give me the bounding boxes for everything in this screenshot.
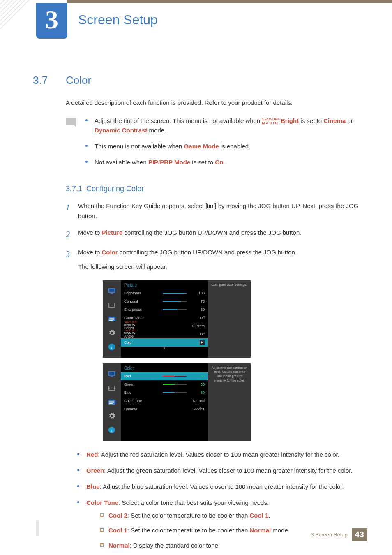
arrow-right-icon: ▶ xyxy=(200,340,205,345)
osd-sidebar: i xyxy=(103,280,121,358)
text: or xyxy=(346,117,353,124)
osd-row-color-selected: Color▶ xyxy=(121,338,208,347)
svg-rect-6 xyxy=(109,319,114,320)
scroll-down-icon: ▼ xyxy=(121,347,208,351)
svg-rect-15 xyxy=(109,401,114,402)
step-number: 2 xyxy=(66,227,78,241)
svg-text:i: i xyxy=(111,428,112,432)
osd-row-gamma: GammaMode1 xyxy=(121,405,208,413)
svg-rect-7 xyxy=(109,320,113,321)
keyword: Bright xyxy=(281,117,299,124)
text: This menu is not available when xyxy=(95,143,184,150)
desc-item: Red: Adjust the red saturation level. Va… xyxy=(74,450,367,459)
step-2: 2 Move to Picture controlling the JOG bu… xyxy=(66,227,367,241)
note-item: Adjust the tint of the screen. This menu… xyxy=(82,116,367,135)
osd-row-magicbright: SAMSUNGMAGICBrightCustom xyxy=(121,322,208,330)
osd-sidebar: i xyxy=(103,363,121,441)
info-icon: i xyxy=(107,426,116,435)
samsung-magic-label: SAMSUNGMAGIC xyxy=(262,118,281,124)
desc-item: Green: Adjust the green saturation level… xyxy=(74,466,367,475)
osd-row-brightness: Brightness100 xyxy=(121,289,208,297)
step-3: 3 Move to Color controlling the JOG butt… xyxy=(66,247,367,272)
section-title: Color xyxy=(66,74,91,87)
osd-row-colortone: Color ToneNormal xyxy=(121,397,208,405)
footer-left-bar xyxy=(36,520,39,536)
text: mode. xyxy=(147,127,166,134)
section-number: 3.7 xyxy=(33,74,66,87)
osd-title: Picture xyxy=(121,280,208,289)
note-icon xyxy=(66,118,76,125)
svg-rect-1 xyxy=(109,289,114,292)
text: The following screen will appear. xyxy=(78,261,367,272)
step-number: 1 xyxy=(66,201,78,222)
keyword: On xyxy=(215,159,224,166)
svg-rect-13 xyxy=(109,386,115,390)
text: Not available when xyxy=(95,159,148,166)
step-1: 1 When the Function Key Guide appears, s… xyxy=(66,201,367,222)
svg-rect-16 xyxy=(109,402,114,403)
step-number: 3 xyxy=(66,247,78,272)
intro-text: A detailed description of each function … xyxy=(66,98,367,108)
keyword: Color xyxy=(102,249,118,256)
gear-icon xyxy=(107,412,116,421)
svg-text:i: i xyxy=(111,345,112,349)
resize-icon xyxy=(107,301,116,310)
keyword: Game Mode xyxy=(184,143,219,150)
svg-rect-2 xyxy=(111,293,113,294)
monitor-icon xyxy=(107,287,116,296)
svg-rect-11 xyxy=(109,372,114,375)
text: When the Function Key Guide appears, sel… xyxy=(78,202,207,209)
sub-item: Cool 2: Set the color temperature to be … xyxy=(99,511,367,520)
note-item: Not available when PIP/PBP Mode is set t… xyxy=(82,157,367,167)
desc-item: Blue: Adjust the blue saturation level. … xyxy=(74,482,367,491)
menu-icon xyxy=(207,204,214,208)
text: Adjust the tint of the screen. This menu… xyxy=(95,117,262,124)
info-icon: i xyxy=(107,342,116,352)
subsection-heading: 3.7.1 Configuring Color xyxy=(66,185,367,193)
osd-row-green: Green50 xyxy=(121,380,208,388)
gear-icon xyxy=(107,328,116,338)
text: Move to xyxy=(78,229,102,236)
osd-row-sharpness: Sharpness60 xyxy=(121,305,208,314)
note-item: This menu is not available when Game Mod… xyxy=(82,141,367,151)
osd-title: Color xyxy=(121,363,208,372)
keyword: Cinema xyxy=(323,117,346,124)
text: is set to xyxy=(299,117,323,124)
text: controlling the JOG button UP/DOWN and p… xyxy=(118,249,297,256)
osd-row-magicangle: SAMSUNGMAGICAngleOff xyxy=(121,330,208,338)
header-bar xyxy=(67,0,392,3)
osd-row-red-selected: Red50 xyxy=(121,372,208,380)
osd-help-text: Configure color settings. xyxy=(208,280,251,358)
osd-row-contrast: Contrast75 xyxy=(121,297,208,305)
keyword: Dynamic Contrast xyxy=(95,127,147,134)
chapter-number-badge: 3 xyxy=(36,3,67,39)
desc-item: Color Tone: Select a color tone that bes… xyxy=(74,498,367,555)
osd-picture-menu: i Picture Brightness100 Contrast75 Sharp… xyxy=(103,280,251,358)
text: is enabled. xyxy=(219,143,251,150)
footer-section: 3 Screen Setup xyxy=(311,532,348,538)
text: is set to xyxy=(190,159,215,166)
sub-item: Normal: Display the standard color tone. xyxy=(99,541,367,550)
keyword: PIP/PBP Mode xyxy=(148,159,190,166)
keyword: Picture xyxy=(102,229,123,236)
osd-row-blue: Blue50 xyxy=(121,388,208,397)
svg-rect-17 xyxy=(109,403,113,404)
text: Move to xyxy=(78,249,102,256)
text: . xyxy=(224,159,225,166)
resize-icon xyxy=(107,384,116,393)
osd-help-text: Adjust the red saturation level. Values … xyxy=(208,363,251,441)
list-icon xyxy=(107,398,116,407)
osd-row-gamemode: Game ModeOff xyxy=(121,314,208,322)
svg-rect-5 xyxy=(109,318,114,319)
list-icon xyxy=(107,314,116,324)
monitor-icon xyxy=(107,370,116,379)
text: controlling the JOG button UP/DOWN and p… xyxy=(122,229,301,236)
footer-page-number: 43 xyxy=(352,528,367,541)
chapter-title: Screen Setup xyxy=(78,12,158,28)
svg-rect-12 xyxy=(111,376,113,377)
osd-color-menu: i Color Red50 Green50 Blue50 Color ToneN… xyxy=(103,363,251,441)
svg-rect-3 xyxy=(109,303,115,307)
